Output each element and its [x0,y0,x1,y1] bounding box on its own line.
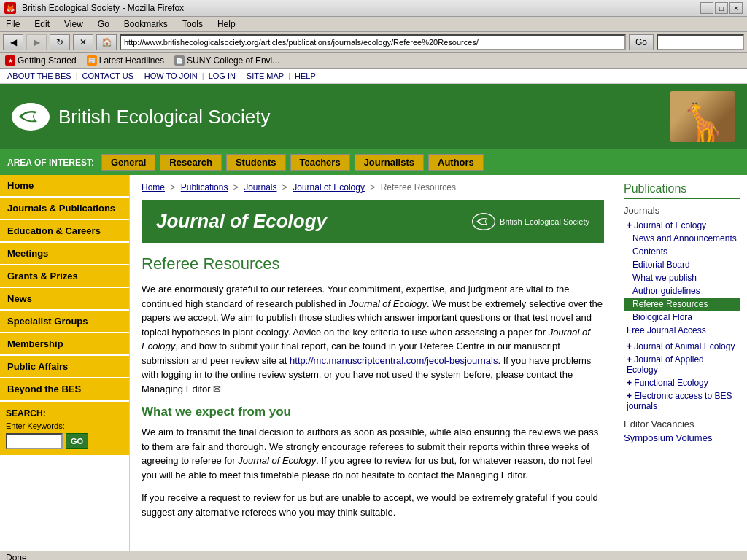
rs-journal-ecology-parent[interactable]: Journal of Ecology [624,219,740,232]
area-btn-journalists[interactable]: Journalists [355,154,424,171]
top-nav-sitemap[interactable]: SITE MAP [247,71,284,80]
rs-editorial[interactable]: Editorial Board [624,258,740,271]
sidebar-item-home[interactable]: Home [0,175,129,198]
top-nav-contact[interactable]: CONTACT US [82,71,133,80]
right-sidebar: Publications Journals Journal of Ecology… [616,175,747,551]
sidebar-item-education[interactable]: Education & Careers [0,220,129,243]
bes-logo-icon [12,103,50,131]
sidebar-item-public[interactable]: Public Affairs [0,356,129,378]
forward-button[interactable]: ▶ [26,34,47,50]
rs-symposium[interactable]: Symposium Volumes [624,432,740,443]
browser-search-input[interactable] [657,34,744,50]
final-paragraph: If you receive a request to review for u… [142,491,604,519]
rs-editor-vacancies[interactable]: Editor Vacancies [624,419,740,429]
address-input[interactable] [120,34,626,50]
top-nav-help[interactable]: HELP [295,71,316,80]
breadcrumb-journals[interactable]: Journals [244,182,276,192]
sidebar-item-news[interactable]: News [0,288,129,311]
firefox-icon: 🦊 [4,2,16,14]
main-layout: Home Journals & Publications Education &… [0,175,747,551]
sidebar-item-specialist[interactable]: Specialist Groups [0,311,129,333]
home-button[interactable]: 🏠 [96,34,117,50]
bookmark-getting-started[interactable]: ★ Getting Started [3,55,79,66]
breadcrumb-home[interactable]: Home [142,182,165,192]
bookmark-label-2: Latest Headlines [99,55,164,66]
maximize-button[interactable]: □ [715,2,728,14]
address-go-button[interactable]: Go [629,34,654,50]
rs-electronic-parent[interactable]: Electronic access to BES journals [624,389,740,413]
rs-contents[interactable]: Contents [624,245,740,258]
bookmark-icon-3: 📄 [174,55,185,66]
area-btn-teachers[interactable]: Teachers [290,154,350,171]
bookmark-icon-2: 📰 [87,55,97,66]
top-nav-login[interactable]: LOG IN [209,71,236,80]
rs-news[interactable]: News and Announcements [624,232,740,245]
bookmark-suny[interactable]: 📄 SUNY College of Envi... [172,55,282,66]
manuscript-link[interactable]: http://mc.manuscriptcentral.com/jecol-be… [290,355,498,366]
menu-edit[interactable]: Edit [31,18,53,30]
bes-name: British Ecological Society [500,217,589,226]
browser-titlebar: 🦊 British Ecological Society - Mozilla F… [0,0,747,17]
menu-bar: File Edit View Go Bookmarks Tools Help [0,17,747,32]
page-wrapper: ABOUT THE BES | CONTACT US | HOW TO JOIN… [0,69,747,560]
stop-button[interactable]: ✕ [73,34,93,50]
sidebar-item-grants[interactable]: Grants & Prizes [0,265,129,288]
rs-free-journal[interactable]: Free Journal Access [624,324,740,337]
bookmark-label-3: SUNY College of Envi... [187,55,279,66]
section-paragraph: We aim to transmit the final decision to… [142,425,604,482]
site-logo: British Ecological Society [12,103,270,131]
site-header: British Ecological Society 🦒 [0,84,747,149]
area-btn-research[interactable]: Research [160,154,222,171]
close-button[interactable]: × [729,2,743,14]
rs-animal-ecology-parent[interactable]: Journal of Animal Ecology [624,340,740,353]
breadcrumb-publications[interactable]: Publications [181,182,228,192]
status-bar: Done [0,551,747,560]
menu-view[interactable]: View [61,18,86,30]
content-area: Home > Publications > Journals > Journal… [130,175,616,551]
search-go-button[interactable]: GO [66,433,88,449]
sidebar-item-membership[interactable]: Membership [0,333,129,356]
browser-toolbar: ◀ ▶ ↻ ✕ 🏠 Go [0,32,747,53]
bookmark-label-1: Getting Started [18,55,77,66]
rs-functional-parent[interactable]: Functional Ecology [624,376,740,389]
bes-logo-small [472,213,495,230]
menu-bookmarks[interactable]: Bookmarks [121,18,171,30]
window-controls: _ □ × [700,2,743,14]
sidebar-item-beyond[interactable]: Beyond the BES [0,378,129,401]
minimize-button[interactable]: _ [700,2,713,14]
area-btn-students[interactable]: Students [226,154,286,171]
rs-applied-ecology-parent[interactable]: Journal of Applied Ecology [624,353,740,376]
menu-file[interactable]: File [3,18,23,30]
bookmark-headlines[interactable]: 📰 Latest Headlines [85,55,166,66]
journal-banner-logo: British Ecological Society [472,213,589,230]
top-nav-how[interactable]: HOW TO JOIN [144,71,198,80]
rs-referee-resources[interactable]: Referee Resources [624,298,740,311]
sidebar-item-meetings[interactable]: Meetings [0,243,129,265]
search-input[interactable] [6,433,63,449]
breadcrumb-journal-ecology[interactable]: Journal of Ecology [293,182,365,192]
browser-title: British Ecological Society - Mozilla Fir… [22,3,184,13]
reload-button[interactable]: ↻ [50,34,70,50]
address-bar: Go [120,34,744,50]
bookmarks-bar: ★ Getting Started 📰 Latest Headlines 📄 S… [0,53,747,69]
area-btn-general[interactable]: General [101,154,155,171]
rs-author-guidelines[interactable]: Author guidelines [624,284,740,298]
area-label: AREA OF INTEREST: [7,158,94,168]
menu-tools[interactable]: Tools [179,18,206,30]
page-title: Referee Resources [142,254,604,273]
rs-biological-flora[interactable]: Biological Flora [624,311,740,324]
area-btn-authors[interactable]: Authors [428,154,484,171]
journal-banner: Journal of Ecology British Ecological So… [142,200,604,243]
rs-what-publish[interactable]: What we publish [624,271,740,284]
menu-go[interactable]: Go [95,18,112,30]
menu-help[interactable]: Help [214,18,239,30]
sidebar-search-box: SEARCH: Enter Keywords: GO [0,401,129,455]
back-button[interactable]: ◀ [3,34,23,50]
status-text: Done [6,553,27,560]
rs-journals-label: Journals [624,205,740,216]
sidebar-item-journals[interactable]: Journals & Publications [0,198,129,220]
journal-banner-title: Journal of Ecology [156,210,327,233]
top-nav-about[interactable]: ABOUT THE BES [7,71,71,80]
bookmark-icon-1: ★ [5,55,15,66]
site-title: British Ecological Society [58,106,270,128]
